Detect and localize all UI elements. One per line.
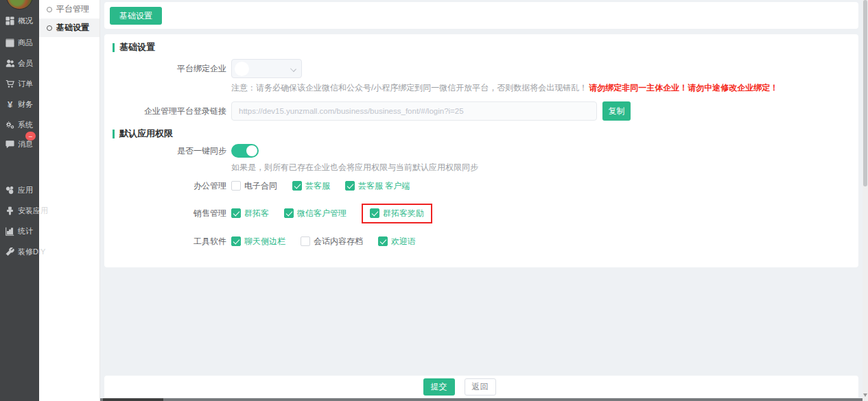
highlight-red-box: 群拓客奖励 bbox=[362, 204, 432, 223]
section-title-permissions: 默认应用权限 bbox=[113, 127, 173, 140]
page: 概况商品会员订单¥财务系统消息–应用安装应用统计装修DIY 平台管理基础设置 基… bbox=[0, 0, 868, 401]
checkbox-item[interactable]: 会话内容存档 bbox=[301, 236, 363, 247]
sidebar-item-2[interactable]: 商品 bbox=[0, 34, 39, 51]
section-accent-bar bbox=[113, 130, 115, 138]
finance-icon: ¥ bbox=[5, 99, 15, 110]
stats-icon bbox=[5, 226, 15, 236]
copy-button[interactable]: 复制 bbox=[602, 101, 631, 121]
radio-circle-icon bbox=[47, 25, 52, 31]
tab-bar-card: 基础设置 bbox=[104, 2, 858, 29]
vertical-scrollbar[interactable] bbox=[863, 0, 868, 401]
checkbox-checked-icon[interactable] bbox=[284, 208, 294, 218]
checkbox-label: 聊天侧边栏 bbox=[244, 236, 285, 247]
submit-button[interactable]: 提交 bbox=[423, 378, 455, 396]
sidebar-item-label: 财务 bbox=[18, 99, 33, 110]
checkbox-label: 欢迎语 bbox=[391, 236, 416, 247]
orders-icon bbox=[5, 79, 15, 88]
checkbox-checked-icon[interactable] bbox=[378, 236, 388, 246]
permission-group-row: 办公管理电子合同芸客服芸客服 客户端 bbox=[104, 177, 790, 195]
sidebar-item-6[interactable]: 系统 bbox=[0, 117, 39, 133]
checkbox-item[interactable]: 电子合同 bbox=[231, 180, 277, 192]
permission-group-label: 工具软件 bbox=[104, 236, 226, 247]
submenu-item-label: 基础设置 bbox=[56, 22, 89, 34]
sidebar-item-label: 应用 bbox=[18, 185, 33, 195]
product-icon bbox=[5, 38, 15, 47]
sidebar-item-8[interactable]: 应用 bbox=[0, 182, 39, 198]
platform-company-select[interactable] bbox=[231, 59, 302, 78]
note-red-text: 请勿绑定非同一主体企业！请勿中途修改企业绑定！ bbox=[589, 83, 778, 93]
apps-icon bbox=[5, 185, 15, 195]
checkbox-label: 芸客服 bbox=[305, 180, 330, 192]
sub-sidebar: 平台管理基础设置 bbox=[39, 0, 100, 401]
install-app-icon bbox=[5, 206, 15, 215]
tab-basic-settings[interactable]: 基础设置 bbox=[110, 7, 162, 25]
sidebar-item-label: 安装应用 bbox=[18, 206, 48, 216]
submenu-item-label: 平台管理 bbox=[56, 3, 89, 15]
main-sidebar: 概况商品会员订单¥财务系统消息–应用安装应用统计装修DIY bbox=[0, 0, 39, 401]
vertical-scrollbar-thumb[interactable] bbox=[863, 0, 867, 186]
section-title-basic: 基础设置 bbox=[113, 41, 155, 53]
chevron-down-icon bbox=[290, 66, 296, 72]
scroll-down-arrow-icon[interactable] bbox=[863, 393, 867, 397]
checkbox-item[interactable]: 群拓客 bbox=[231, 208, 269, 219]
note-gray-text: 注意：请务必确保该企业微信和公众号/小程序绑定到同一微信开放平台，否则数据将会出… bbox=[231, 83, 587, 93]
permission-group-label: 销售管理 bbox=[104, 208, 226, 219]
checkbox-checked-icon[interactable] bbox=[370, 208, 379, 218]
sidebar-item-9[interactable]: 安装应用 bbox=[0, 202, 39, 219]
section-accent-bar bbox=[113, 43, 115, 52]
checkbox-checked-icon[interactable] bbox=[345, 181, 355, 191]
sidebar-item-label: 系统 bbox=[18, 120, 33, 130]
sidebar-item-label: 订单 bbox=[18, 79, 33, 89]
checkbox-checked-icon[interactable] bbox=[231, 236, 241, 246]
login-link-label: 企业管理平台登录链接 bbox=[104, 101, 226, 121]
sync-help-text: 如果是，则所有已存在企业也会将应用权限与当前默认应用权限同步 bbox=[231, 162, 478, 173]
horizontal-scrollbar[interactable] bbox=[0, 398, 863, 401]
sidebar-item-5[interactable]: ¥财务 bbox=[0, 96, 39, 112]
section-title-basic-text: 基础设置 bbox=[119, 41, 155, 53]
sidebar-item-1[interactable]: 概况 bbox=[0, 12, 39, 29]
checkbox-checked-icon[interactable] bbox=[231, 208, 241, 218]
checkbox-item[interactable]: 芸客服 客户端 bbox=[345, 180, 410, 192]
message-icon bbox=[5, 139, 15, 149]
checkbox-label: 群拓客 bbox=[244, 208, 269, 219]
checkbox-unchecked-icon[interactable] bbox=[301, 236, 310, 246]
permission-group-row: 工具软件聊天侧边栏会话内容存档欢迎语 bbox=[104, 232, 790, 250]
checkbox-label: 群拓客奖励 bbox=[383, 208, 424, 219]
toggle-knob bbox=[246, 145, 257, 156]
checkbox-item[interactable]: 群拓客奖励 bbox=[370, 208, 424, 219]
checkbox-checked-icon[interactable] bbox=[292, 181, 302, 191]
checkbox-label: 微信客户管理 bbox=[297, 208, 347, 219]
sidebar-item-label: 统计 bbox=[18, 226, 33, 236]
sidebar-item-4[interactable]: 订单 bbox=[0, 75, 39, 92]
avatar[interactable] bbox=[6, 0, 33, 10]
checkbox-item[interactable]: 芸客服 bbox=[292, 180, 330, 192]
sidebar-item-11[interactable]: 装修DIY bbox=[0, 243, 39, 260]
submenu-item-2[interactable]: 基础设置 bbox=[39, 19, 99, 37]
horizontal-scrollbar-thumb[interactable] bbox=[103, 398, 163, 401]
members-icon bbox=[5, 58, 15, 68]
footer-action-bar: 提交 返回 bbox=[104, 376, 858, 398]
back-button[interactable]: 返回 bbox=[465, 378, 496, 396]
sidebar-item-label: 会员 bbox=[18, 58, 33, 69]
checkbox-label: 电子合同 bbox=[244, 180, 277, 192]
checkbox-label: 会话内容存档 bbox=[314, 236, 363, 247]
sidebar-item-10[interactable]: 统计 bbox=[0, 223, 39, 239]
checkbox-unchecked-icon[interactable] bbox=[231, 181, 241, 191]
submenu-item-1[interactable]: 平台管理 bbox=[39, 0, 99, 19]
sidebar-item-3[interactable]: 会员 bbox=[0, 55, 39, 71]
settings-card: 基础设置 平台绑定企业 注意：请务必确保该企业微信和公众号/小程序绑定到同一微信… bbox=[104, 34, 858, 267]
message-count-badge: – bbox=[25, 132, 36, 141]
sidebar-item-7[interactable]: 消息– bbox=[0, 136, 39, 152]
section-title-permissions-text: 默认应用权限 bbox=[119, 127, 173, 140]
login-link-input[interactable] bbox=[231, 101, 597, 121]
diy-icon bbox=[5, 247, 15, 256]
checkbox-item[interactable]: 微信客户管理 bbox=[284, 208, 347, 219]
checkbox-item[interactable]: 聊天侧边栏 bbox=[231, 236, 285, 247]
permission-group-row: 销售管理群拓客微信客户管理群拓客奖励 bbox=[104, 204, 790, 222]
sync-toggle[interactable] bbox=[231, 144, 259, 158]
checkbox-label: 芸客服 客户端 bbox=[358, 180, 410, 192]
overview-icon bbox=[5, 16, 15, 25]
system-icon bbox=[5, 120, 15, 130]
sidebar-item-label: 商品 bbox=[18, 38, 33, 48]
checkbox-item[interactable]: 欢迎语 bbox=[378, 236, 416, 247]
